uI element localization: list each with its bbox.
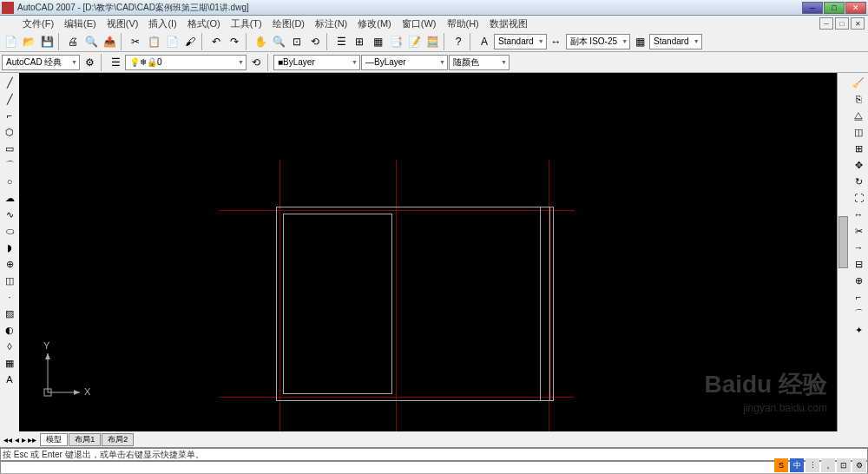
command-input[interactable] <box>0 461 868 474</box>
erase-icon[interactable]: 🧹 <box>851 75 866 90</box>
tp-icon[interactable]: ▦ <box>369 33 386 50</box>
copy-icon[interactable]: 📋 <box>145 33 162 50</box>
open-icon[interactable]: 📂 <box>20 33 37 50</box>
offset-icon[interactable]: ◫ <box>851 124 866 140</box>
ime-icon[interactable]: S <box>774 458 788 472</box>
close-button[interactable]: ✕ <box>845 2 866 14</box>
circle-icon[interactable]: ○ <box>2 174 17 189</box>
move-icon[interactable]: ✥ <box>851 157 866 173</box>
point-icon[interactable]: · <box>2 289 17 305</box>
dim-style-dropdown[interactable]: 副本 ISO-25 <box>566 34 630 49</box>
menu-insert[interactable]: 插入(I) <box>143 17 181 30</box>
ellipse-icon[interactable]: ⬭ <box>2 223 17 239</box>
menu-dimension[interactable]: 标注(N) <box>310 17 352 30</box>
polygon-icon[interactable]: ⬡ <box>2 124 17 140</box>
preview-icon[interactable]: 🔍 <box>82 33 100 50</box>
rotate-icon[interactable]: ↻ <box>851 174 866 189</box>
publish-icon[interactable]: 📤 <box>101 33 118 50</box>
ellarc-icon[interactable]: ◗ <box>2 240 17 255</box>
line-icon[interactable]: ╱ <box>2 75 17 90</box>
menu-tools[interactable]: 工具(T) <box>226 17 267 30</box>
lang-icon[interactable]: 中 <box>790 458 804 472</box>
new-icon[interactable]: 📄 <box>2 33 19 50</box>
stretch-icon[interactable]: ↔ <box>851 207 866 222</box>
tab-layout1[interactable]: 布局1 <box>69 433 101 446</box>
spline-icon[interactable]: ∿ <box>2 207 17 222</box>
matchprop-icon[interactable]: 🖌 <box>181 33 199 50</box>
save-icon[interactable]: 💾 <box>38 33 56 50</box>
region-icon[interactable]: ◊ <box>2 339 17 354</box>
array-icon[interactable]: ⊞ <box>851 141 866 156</box>
revcloud-icon[interactable]: ☁ <box>2 190 17 206</box>
pline-icon[interactable]: ⌐ <box>2 108 17 123</box>
table-style-dropdown[interactable]: Standard <box>649 34 702 49</box>
explode-icon[interactable]: ✦ <box>851 322 866 338</box>
menu-window[interactable]: 窗口(W) <box>397 17 442 30</box>
zoom-rt-icon[interactable]: 🔍 <box>270 33 287 50</box>
tray-icon[interactable]: ⋮ <box>806 458 819 472</box>
menu-edit[interactable]: 编辑(E) <box>59 17 102 30</box>
markup-icon[interactable]: 📝 <box>405 33 423 50</box>
pan-icon[interactable]: ✋ <box>252 33 269 50</box>
dim-style-icon[interactable]: ↔ <box>548 33 565 50</box>
linetype-dropdown[interactable]: — ByLayer <box>361 55 448 70</box>
gradient-icon[interactable]: ◐ <box>2 322 17 338</box>
help-icon[interactable]: ? <box>450 33 467 50</box>
layer-props-icon[interactable]: ☰ <box>107 54 124 71</box>
insert-icon[interactable]: ⊕ <box>2 256 17 272</box>
text-style-dropdown[interactable]: Standard <box>494 34 547 49</box>
menu-format[interactable]: 格式(O) <box>182 17 226 30</box>
mtext-icon[interactable]: A <box>2 372 17 387</box>
calc-icon[interactable]: 🧮 <box>424 33 441 50</box>
cut-icon[interactable]: ✂ <box>127 33 144 50</box>
block-icon[interactable]: ◫ <box>2 273 17 288</box>
tray-icon[interactable]: , <box>821 458 835 472</box>
doc-restore-button[interactable]: □ <box>835 17 849 30</box>
plotstyle-dropdown[interactable]: 随颜色 <box>449 55 510 70</box>
zoom-prev-icon[interactable]: ⟲ <box>306 33 324 50</box>
fillet-icon[interactable]: ⌒ <box>851 306 866 321</box>
sheet-icon[interactable]: 📑 <box>387 33 404 50</box>
menu-help[interactable]: 帮助(H) <box>442 17 484 30</box>
command-line[interactable]: 按 Esc 或 Enter 键退出，或单击右键显示快捷菜单。 <box>0 447 868 473</box>
hatch-icon[interactable]: ▨ <box>2 306 17 321</box>
join-icon[interactable]: ⊕ <box>851 273 866 288</box>
minimize-button[interactable]: ─ <box>802 2 823 14</box>
layer-prev-icon[interactable]: ⟲ <box>247 54 265 71</box>
rect-icon[interactable]: ▭ <box>2 141 17 156</box>
chamfer-icon[interactable]: ⌐ <box>851 289 866 305</box>
print-icon[interactable]: 🖨 <box>64 33 82 50</box>
tray-icon[interactable]: ⊡ <box>837 458 851 472</box>
doc-minimize-button[interactable]: ─ <box>819 17 833 30</box>
redo-icon[interactable]: ↷ <box>226 33 243 50</box>
cline-icon[interactable]: ╱ <box>2 91 17 107</box>
table-icon[interactable]: ▦ <box>2 355 17 371</box>
tray-icon[interactable]: ⚙ <box>852 458 866 472</box>
mirror-icon[interactable]: ⧋ <box>851 108 866 123</box>
arc-icon[interactable]: ⌒ <box>2 157 17 173</box>
tab-model[interactable]: 模型 <box>40 433 68 446</box>
menu-file[interactable]: 文件(F) <box>17 17 59 30</box>
undo-icon[interactable]: ↶ <box>207 33 225 50</box>
scale-icon[interactable]: ⛶ <box>851 190 866 206</box>
doc-close-button[interactable]: ✕ <box>851 17 865 30</box>
zoom-win-icon[interactable]: ⊡ <box>288 33 306 50</box>
tab-layout2[interactable]: 布局2 <box>102 433 134 446</box>
menu-dataview[interactable]: 数据视图 <box>484 17 533 30</box>
copy-obj-icon[interactable]: ⎘ <box>851 91 866 107</box>
vertical-scrollbar[interactable] <box>837 73 849 431</box>
menu-view[interactable]: 视图(V) <box>102 17 144 30</box>
layer-dropdown[interactable]: 💡❄🔒0 <box>125 55 247 70</box>
break-icon[interactable]: ⊟ <box>851 256 866 272</box>
table-style-icon[interactable]: ▦ <box>631 33 648 50</box>
drawing-canvas[interactable]: X Y Baidu 经验 jingyan.baidu.com <box>19 73 849 431</box>
menu-draw[interactable]: 绘图(D) <box>267 17 310 30</box>
extend-icon[interactable]: → <box>851 240 866 255</box>
scrollbar-thumb[interactable] <box>838 216 848 268</box>
menu-modify[interactable]: 修改(M) <box>352 17 397 30</box>
maximize-button[interactable]: □ <box>824 2 845 14</box>
text-style-icon[interactable]: A <box>476 33 493 50</box>
dc-icon[interactable]: ⊞ <box>351 33 368 50</box>
workspace-settings-icon[interactable]: ⚙ <box>81 54 98 71</box>
trim-icon[interactable]: ✂ <box>851 223 866 239</box>
